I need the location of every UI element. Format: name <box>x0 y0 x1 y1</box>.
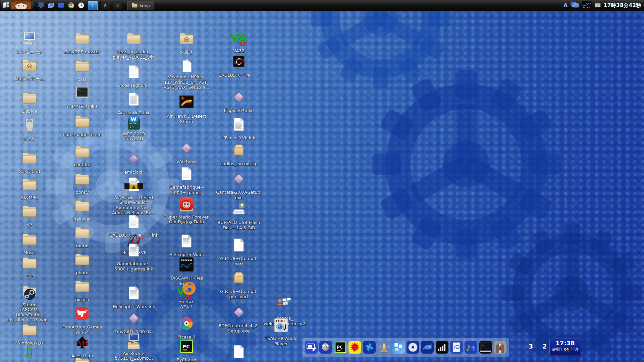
input-method-indicator[interactable]: A <box>564 2 568 8</box>
desktop-icon-folder-partial[interactable]: 仮置き <box>161 31 212 48</box>
dock-document-swirl-app-icon[interactable] <box>450 341 463 354</box>
desktop-icon-freeaction-games-win64[interactable]: FreeAction Games win64 <box>57 306 107 323</box>
dock-blue-swirl-app-icon[interactable] <box>363 341 376 354</box>
desktop-icon-ltspice-xvii-lnk[interactable]: LTspice XVII.lnk <box>214 117 264 134</box>
desktop-icon-dsp[interactable]: DSP <box>4 255 55 272</box>
desktop-icon-teac-hr-audio-player[interactable]: TEACTEAC HR Audio Player <box>256 318 306 335</box>
desktop-icon-cantata[interactable]: cantata <box>57 144 107 161</box>
desktop-icon-voxengo-nplus-117-win32-64-vst-v[interactable]: Voxengo…NPlus_ 117_Win32_64_VST_ VST3_AA… <box>161 56 212 73</box>
desktop-icon-cadlus[interactable]: CCADLUS サーキット <box>214 55 264 71</box>
desktop-icon-picasa[interactable]: picasa <box>57 279 107 296</box>
desktop-icon-gdcu6-qo-mp3-part-part[interactable]: GdCU6+Qo.mp3. part.part <box>214 271 264 288</box>
workspace-3[interactable]: 3 <box>113 1 122 10</box>
svg-text:♫: ♫ <box>23 345 34 359</box>
icon-label: GdCU6+Qo.mp3. part.part <box>213 289 265 299</box>
desktop-icon-helicopter-wars-lnk[interactable]: Helicopter Wars.lnk <box>109 286 159 303</box>
dock-audio-meter-icon[interactable] <box>435 341 449 354</box>
icon-label: Helicopter Wars.lnk <box>108 304 160 309</box>
desktop-icon-va32[interactable]: VA32VA32 <box>214 30 264 47</box>
desktop-icon-microsoft-edge[interactable]: microsoft-edge. <box>214 345 264 361</box>
desktop-icon-music[interactable]: Music <box>4 232 55 249</box>
computer-folder-icon <box>109 333 159 350</box>
desktop-icon-gamefabrique-5000-games[interactable]: Gamefabrique - 5000+ games <box>161 167 212 183</box>
chrome-icon[interactable] <box>67 1 75 9</box>
desktop-icon-skympc[interactable]: SkyMPC <box>4 177 55 194</box>
desktop-icon-mario[interactable]: mario <box>57 225 107 242</box>
svg-text:PC: PC <box>337 345 343 350</box>
desktop-icon-cadlus-lnk[interactable]: CADLUS サーキット.lnk <box>109 215 159 231</box>
desktop-icon-donky[interactable]: donky <box>57 172 107 188</box>
desktop-icon-teac-hr-audio-player-v10021-win[interactable]: teac_hr_audio_ player_v10021_win <box>109 31 159 48</box>
dock-bluefish-icon[interactable] <box>421 341 434 354</box>
desktop-icon-picasa-3[interactable]: Picasa 3 <box>161 316 212 333</box>
desktop-icon-wps-2019[interactable]: TinyCADWPS 2019 <box>109 113 159 130</box>
desktop-icon-air-hawk-3-desert-storm[interactable]: Air Hawk 3 Desert Storm <box>161 96 212 112</box>
desktop-icon-ltspice[interactable]: LTspice <box>4 90 55 107</box>
desktop-icon-tascam-hi-res-editor[interactable]: TASCAMTASCAM Hi-Res Editor <box>161 257 212 274</box>
mail-notification-icon[interactable] <box>595 2 601 9</box>
panel-clock[interactable]: 17時38分42秒 <box>604 2 641 9</box>
desktop-icon-cadlus-circuit-zip[interactable]: cadlus_circuit.zip <box>214 143 264 160</box>
folder-home-icon <box>4 58 55 75</box>
dock-terminal-icon[interactable]: >_ <box>479 341 492 354</box>
desktop-icon-va[interactable]: VA <box>4 204 55 221</box>
desktop-icon-gdcu6-qo-mp3-part[interactable]: GdCU6+Qo.mp3. part <box>214 238 264 255</box>
desktop-icon-cantata-2-0-0-setup-exe[interactable]: Cantata-2.0.0-Setup. exe <box>214 172 264 188</box>
desktop-icon-folder-partial[interactable]: コンピュータ <box>4 31 55 48</box>
desktop-icon-air-hawk-2-lnk[interactable]: Air Hawk 2.lnk <box>109 92 159 109</box>
desktop-icon-helicopter-wars[interactable]: Helicopter Wars <box>161 234 212 251</box>
icon-label: VA <box>4 222 55 227</box>
show-desktop-icon[interactable] <box>37 1 45 9</box>
screensaver-icon[interactable] <box>57 1 65 9</box>
desktop-icon-tinycad-3-00-04-exe[interactable]: TinyCAD_3.00.04. exe <box>109 311 159 328</box>
dock-music-converter-icon[interactable]: ♪ <box>464 341 478 354</box>
desktop-icon-steam[interactable]: TASCAM_ HiResEditor_ Installer_v103_win…… <box>4 284 55 301</box>
desktop-icon-ltspice64-exe[interactable]: LTspice64.exe <box>214 90 264 107</box>
desktop-icon-aces-high[interactable]: AHAces High <box>57 335 107 352</box>
display-settings-icon[interactable] <box>571 1 579 10</box>
dock-pycharm-icon[interactable]: PC <box>334 341 347 354</box>
doc-icon <box>109 215 159 231</box>
desktop-icon-folder-partial[interactable] <box>57 356 107 362</box>
desktop-icon-super-mario-forever-v7-02[interactable]: Old Firefox DataSuper Mario Forever v7.0… <box>161 196 212 213</box>
dock-window-tiles-app-icon[interactable] <box>392 341 405 354</box>
folder-icon <box>4 255 55 272</box>
dock-wine-suit-app-icon[interactable] <box>493 341 507 354</box>
workspace-2[interactable]: 2 <box>100 1 110 10</box>
desktop-icon-air-rock-2[interactable]: b75154_128mp3.Air Rock 2 <box>109 333 159 350</box>
desktop-icon-heli-war[interactable]: heli-war <box>57 198 107 215</box>
dock-screenshot-tool-icon[interactable] <box>305 341 318 354</box>
desktop-icon-folder-partial[interactable]: ♫ <box>4 344 55 361</box>
desktop-icon-pycharm[interactable]: PCPyCharm <box>161 339 212 356</box>
desktop-icon-teams-welcomescreen-v2[interactable]: teams_ welcomescreen_v2. <box>260 298 310 314</box>
desktop-icon-aces-high-lnk[interactable]: Aces High.lnk <box>109 65 159 81</box>
system-monitor-icon[interactable] <box>582 1 592 10</box>
desktop-icon-gamefabrique-5000-games-lnk[interactable]: Gamefabrique - 5000+ games.lnk <box>109 243 159 260</box>
desktop-icon-firefox[interactable]: VA64VA64Firefox <box>161 281 212 298</box>
workspace-1[interactable]: 1 <box>88 1 98 10</box>
desktop-icon-folder-partial[interactable]: ゴミ箱 <box>4 118 55 135</box>
desktop-icon-sakracad[interactable]: SakraCad <box>4 151 55 168</box>
icon-label: teac_hr_audio_ player_v10021_win <box>108 49 160 60</box>
start-menu-button[interactable] <box>1 0 35 11</box>
desktop-icon-camate-it[interactable]: >_caMATE_端末it <box>57 86 107 103</box>
desktop-icon-caja[interactable]: caja <box>57 59 107 75</box>
desktop-icon-photo[interactable]: photo <box>57 252 107 269</box>
dock-vlc-icon[interactable] <box>377 341 391 354</box>
desktop-icon-air-hawk-3-desert-storm-lnk[interactable]: Shostakovich Symphony No. 7 Andris Nelso… <box>109 177 159 194</box>
doc-icon <box>109 92 159 109</box>
desktop-icon-home-page-renee[interactable]: home-page-renee <box>57 114 107 131</box>
dock-disc-burner-icon[interactable] <box>406 341 420 354</box>
desktop-icon-emiclock[interactable]: emiclock <box>109 152 159 168</box>
desktop-icon-easydrf-master[interactable]: EasyDRF-master <box>57 31 107 48</box>
clock-launcher-icon[interactable] <box>77 1 85 9</box>
window-list-item-kenji[interactable]: kenji <box>127 1 154 10</box>
dock-gimp-icon[interactable] <box>319 341 332 354</box>
desktop-icon-kenji[interactable]: kenji のホーム <box>4 58 55 75</box>
desktop-icon-va64-exe[interactable]: VA64.exe <box>161 141 212 158</box>
clock-widget[interactable]: 17:38 金曜日 04 11月 <box>549 339 581 355</box>
file-manager-icon[interactable] <box>47 1 55 9</box>
dock-maple-leaf-app-icon[interactable] <box>348 341 362 354</box>
desktop-icon-windows-10[interactable]: Windows-10 <box>4 322 55 339</box>
desktop-icon-buffalo-usb-flash-disk-14-5-gib[interactable]: BUFFALO USB Flash Disk—14.5 GiB <box>214 202 264 219</box>
